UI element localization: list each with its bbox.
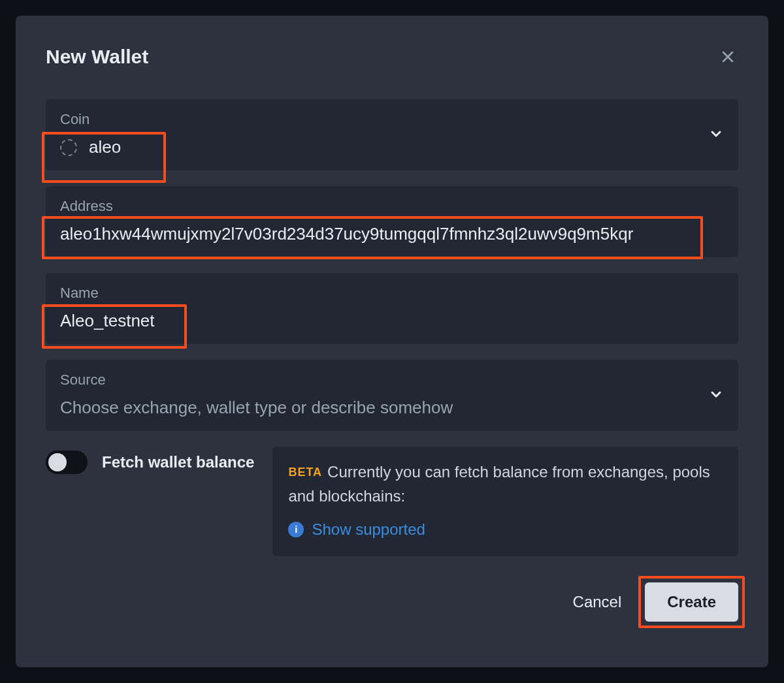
coin-label: Coin xyxy=(60,111,724,128)
cancel-button[interactable]: Cancel xyxy=(573,593,622,611)
address-field[interactable]: Address xyxy=(46,186,738,257)
coin-placeholder-icon xyxy=(60,139,77,156)
beta-text: Currently you can fetch balance from exc… xyxy=(288,463,710,505)
coin-value: aleo xyxy=(89,137,121,157)
close-icon xyxy=(720,49,736,65)
chevron-down-icon xyxy=(708,126,724,144)
modal-footer: Cancel Create xyxy=(46,582,738,622)
info-icon: i xyxy=(288,522,304,537)
coin-field[interactable]: Coin aleo xyxy=(46,99,738,170)
create-button[interactable]: Create xyxy=(645,582,738,622)
address-input[interactable] xyxy=(60,224,724,244)
name-field[interactable]: Name xyxy=(46,273,738,344)
name-input[interactable] xyxy=(60,311,724,331)
fetch-balance-label: Fetch wallet balance xyxy=(102,453,254,471)
source-placeholder: Choose exchange, wallet type or describe… xyxy=(60,398,453,418)
beta-badge: BETA xyxy=(288,466,322,479)
name-label: Name xyxy=(60,285,724,302)
beta-info-box: BETACurrently you can fetch balance from… xyxy=(272,447,738,556)
source-field[interactable]: Source Choose exchange, wallet type or d… xyxy=(46,360,738,431)
new-wallet-modal: New Wallet Coin aleo Address Name Sour xyxy=(16,16,768,667)
fetch-balance-row: Fetch wallet balance BETACurrently you c… xyxy=(46,447,738,556)
fetch-balance-toggle[interactable] xyxy=(46,451,88,474)
modal-title: New Wallet xyxy=(46,46,148,68)
address-label: Address xyxy=(60,198,724,215)
close-button[interactable] xyxy=(717,46,738,67)
chevron-down-icon xyxy=(708,387,724,405)
show-supported-link[interactable]: Show supported xyxy=(312,517,425,541)
toggle-knob xyxy=(48,453,67,471)
source-label: Source xyxy=(60,372,724,389)
coin-value-row: aleo xyxy=(60,137,724,157)
modal-header: New Wallet xyxy=(46,46,738,68)
